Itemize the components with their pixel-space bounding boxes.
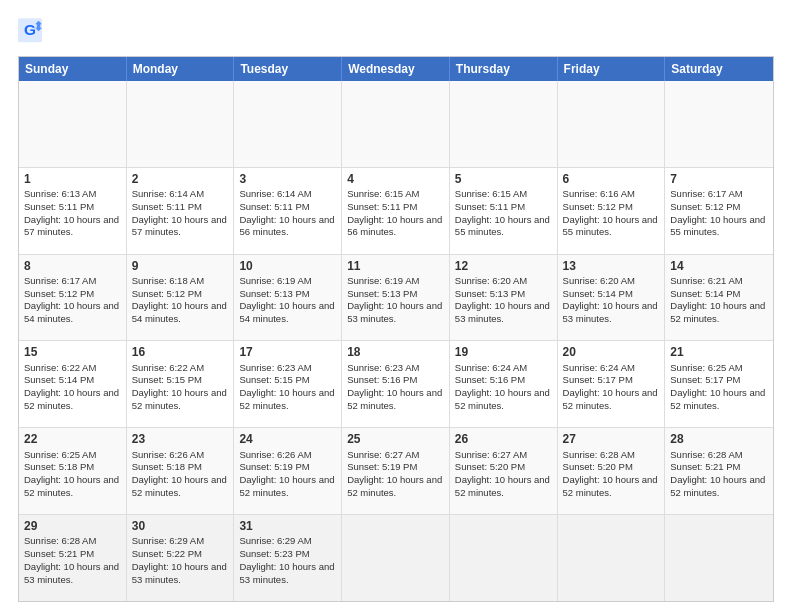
cell-w6-d7	[665, 515, 773, 601]
cell-w4-d2: 16Sunrise: 6:22 AMSunset: 5:15 PMDayligh…	[127, 341, 235, 427]
cell-sunrise: Sunrise: 6:28 AM	[563, 449, 635, 460]
cell-daylight: Daylight: 10 hours and 52 minutes.	[132, 474, 227, 498]
cell-daylight: Daylight: 10 hours and 53 minutes.	[24, 561, 119, 585]
cell-w4-d4: 18Sunrise: 6:23 AMSunset: 5:16 PMDayligh…	[342, 341, 450, 427]
cell-sunset: Sunset: 5:18 PM	[132, 461, 202, 472]
cell-sunset: Sunset: 5:14 PM	[563, 288, 633, 299]
cell-w2-d5: 5Sunrise: 6:15 AMSunset: 5:11 PMDaylight…	[450, 168, 558, 254]
header-friday: Friday	[558, 57, 666, 81]
cell-day-number: 11	[347, 258, 444, 274]
cell-daylight: Daylight: 10 hours and 53 minutes.	[455, 300, 550, 324]
cell-w5-d1: 22Sunrise: 6:25 AMSunset: 5:18 PMDayligh…	[19, 428, 127, 514]
cell-w1-d5	[450, 81, 558, 167]
cell-day-number: 29	[24, 518, 121, 534]
cell-sunset: Sunset: 5:13 PM	[347, 288, 417, 299]
cell-w2-d3: 3Sunrise: 6:14 AMSunset: 5:11 PMDaylight…	[234, 168, 342, 254]
cell-day-number: 24	[239, 431, 336, 447]
cell-day-number: 26	[455, 431, 552, 447]
header-tuesday: Tuesday	[234, 57, 342, 81]
cell-sunrise: Sunrise: 6:26 AM	[239, 449, 311, 460]
cell-sunrise: Sunrise: 6:14 AM	[239, 188, 311, 199]
cell-daylight: Daylight: 10 hours and 52 minutes.	[132, 387, 227, 411]
cell-day-number: 18	[347, 344, 444, 360]
cell-daylight: Daylight: 10 hours and 52 minutes.	[239, 387, 334, 411]
header-thursday: Thursday	[450, 57, 558, 81]
cell-daylight: Daylight: 10 hours and 55 minutes.	[670, 214, 765, 238]
cell-sunrise: Sunrise: 6:22 AM	[24, 362, 96, 373]
cell-sunrise: Sunrise: 6:24 AM	[563, 362, 635, 373]
cell-day-number: 2	[132, 171, 229, 187]
cell-sunrise: Sunrise: 6:28 AM	[24, 535, 96, 546]
cell-w1-d1	[19, 81, 127, 167]
cell-day-number: 10	[239, 258, 336, 274]
cell-sunrise: Sunrise: 6:19 AM	[239, 275, 311, 286]
cell-sunrise: Sunrise: 6:23 AM	[239, 362, 311, 373]
cell-sunset: Sunset: 5:16 PM	[347, 374, 417, 385]
cell-sunrise: Sunrise: 6:26 AM	[132, 449, 204, 460]
cell-sunset: Sunset: 5:17 PM	[563, 374, 633, 385]
cell-sunset: Sunset: 5:20 PM	[563, 461, 633, 472]
cell-sunrise: Sunrise: 6:20 AM	[563, 275, 635, 286]
cell-sunset: Sunset: 5:14 PM	[24, 374, 94, 385]
logo: G	[18, 18, 46, 46]
cell-day-number: 28	[670, 431, 768, 447]
cell-sunset: Sunset: 5:15 PM	[239, 374, 309, 385]
cell-day-number: 22	[24, 431, 121, 447]
cell-daylight: Daylight: 10 hours and 52 minutes.	[455, 474, 550, 498]
cell-daylight: Daylight: 10 hours and 52 minutes.	[347, 474, 442, 498]
cell-sunset: Sunset: 5:17 PM	[670, 374, 740, 385]
cell-day-number: 3	[239, 171, 336, 187]
cell-daylight: Daylight: 10 hours and 52 minutes.	[670, 474, 765, 498]
cell-sunset: Sunset: 5:19 PM	[239, 461, 309, 472]
cell-daylight: Daylight: 10 hours and 52 minutes.	[670, 300, 765, 324]
cell-sunrise: Sunrise: 6:28 AM	[670, 449, 742, 460]
cell-daylight: Daylight: 10 hours and 54 minutes.	[24, 300, 119, 324]
cell-sunset: Sunset: 5:13 PM	[239, 288, 309, 299]
cell-day-number: 4	[347, 171, 444, 187]
cell-day-number: 23	[132, 431, 229, 447]
cell-sunset: Sunset: 5:16 PM	[455, 374, 525, 385]
cell-w2-d6: 6Sunrise: 6:16 AMSunset: 5:12 PMDaylight…	[558, 168, 666, 254]
cell-sunrise: Sunrise: 6:20 AM	[455, 275, 527, 286]
cell-w3-d7: 14Sunrise: 6:21 AMSunset: 5:14 PMDayligh…	[665, 255, 773, 341]
cell-daylight: Daylight: 10 hours and 53 minutes.	[239, 561, 334, 585]
cell-sunset: Sunset: 5:12 PM	[670, 201, 740, 212]
calendar-week-1	[19, 81, 773, 167]
cell-w2-d7: 7Sunrise: 6:17 AMSunset: 5:12 PMDaylight…	[665, 168, 773, 254]
cell-daylight: Daylight: 10 hours and 55 minutes.	[455, 214, 550, 238]
cell-sunrise: Sunrise: 6:25 AM	[24, 449, 96, 460]
header-monday: Monday	[127, 57, 235, 81]
cell-sunrise: Sunrise: 6:16 AM	[563, 188, 635, 199]
cell-sunrise: Sunrise: 6:21 AM	[670, 275, 742, 286]
cell-daylight: Daylight: 10 hours and 52 minutes.	[347, 387, 442, 411]
cell-daylight: Daylight: 10 hours and 57 minutes.	[24, 214, 119, 238]
cell-w6-d1: 29Sunrise: 6:28 AMSunset: 5:21 PMDayligh…	[19, 515, 127, 601]
cell-day-number: 6	[563, 171, 660, 187]
cell-sunrise: Sunrise: 6:15 AM	[455, 188, 527, 199]
page-header: G	[18, 18, 774, 46]
cell-w3-d5: 12Sunrise: 6:20 AMSunset: 5:13 PMDayligh…	[450, 255, 558, 341]
cell-w2-d2: 2Sunrise: 6:14 AMSunset: 5:11 PMDaylight…	[127, 168, 235, 254]
cell-w6-d2: 30Sunrise: 6:29 AMSunset: 5:22 PMDayligh…	[127, 515, 235, 601]
cell-w5-d5: 26Sunrise: 6:27 AMSunset: 5:20 PMDayligh…	[450, 428, 558, 514]
cell-day-number: 13	[563, 258, 660, 274]
cell-sunrise: Sunrise: 6:27 AM	[455, 449, 527, 460]
cell-day-number: 19	[455, 344, 552, 360]
cell-w4-d7: 21Sunrise: 6:25 AMSunset: 5:17 PMDayligh…	[665, 341, 773, 427]
cell-w4-d3: 17Sunrise: 6:23 AMSunset: 5:15 PMDayligh…	[234, 341, 342, 427]
cell-sunrise: Sunrise: 6:27 AM	[347, 449, 419, 460]
cell-day-number: 17	[239, 344, 336, 360]
header-sunday: Sunday	[19, 57, 127, 81]
cell-sunrise: Sunrise: 6:19 AM	[347, 275, 419, 286]
cell-daylight: Daylight: 10 hours and 52 minutes.	[670, 387, 765, 411]
cell-sunset: Sunset: 5:14 PM	[670, 288, 740, 299]
cell-sunset: Sunset: 5:11 PM	[132, 201, 202, 212]
cell-w6-d3: 31Sunrise: 6:29 AMSunset: 5:23 PMDayligh…	[234, 515, 342, 601]
cell-day-number: 30	[132, 518, 229, 534]
cell-sunrise: Sunrise: 6:17 AM	[670, 188, 742, 199]
calendar-week-3: 8Sunrise: 6:17 AMSunset: 5:12 PMDaylight…	[19, 254, 773, 341]
cell-sunset: Sunset: 5:11 PM	[347, 201, 417, 212]
cell-day-number: 12	[455, 258, 552, 274]
cell-w1-d3	[234, 81, 342, 167]
cell-day-number: 14	[670, 258, 768, 274]
